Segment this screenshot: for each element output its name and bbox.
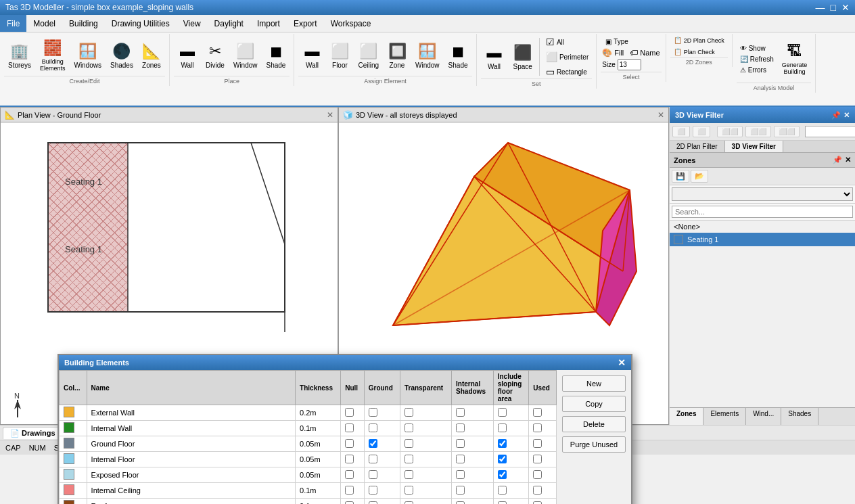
cell-internal-shadows[interactable] — [456, 486, 465, 495]
cell-sloping-floor[interactable] — [498, 408, 507, 417]
cell-internal-shadows[interactable] — [456, 501, 465, 505]
menu-view[interactable]: View — [177, 15, 208, 32]
ribbon-btn-set-wall[interactable]: ▬ Wall — [481, 37, 508, 77]
cell-transparent[interactable] — [405, 423, 413, 432]
cell-used[interactable] — [533, 423, 542, 432]
cell-internal-shadows[interactable] — [456, 439, 465, 448]
ribbon-btn-assign-ceiling[interactable]: ⬜ Ceiling — [354, 35, 383, 76]
cell-transparent[interactable] — [405, 470, 413, 479]
filter-btn-2[interactable]: ⬜ — [693, 126, 710, 137]
cell-transparent[interactable] — [405, 455, 413, 463]
menu-model[interactable]: Model — [26, 15, 62, 32]
panel-header-controls[interactable]: 📌 ✕ — [831, 111, 850, 120]
menu-daylight[interactable]: Daylight — [208, 15, 250, 32]
right-tab-shades[interactable]: Shades — [781, 408, 818, 425]
ribbon-btn-place-wall[interactable]: ▬ Wall — [174, 35, 201, 76]
cell-null[interactable] — [345, 423, 354, 432]
right-tab-elements[interactable]: Elements — [703, 408, 746, 425]
delete-button[interactable]: Delete — [562, 416, 626, 432]
ribbon-btn-assign-floor[interactable]: ⬜ Floor — [326, 35, 353, 76]
ribbon-btn-set-space[interactable]: ⬛ Space — [509, 37, 536, 77]
ribbon-btn-errors[interactable]: ⚠ Errors — [737, 65, 777, 75]
size-input[interactable] — [618, 59, 641, 70]
minimize-button[interactable]: — — [816, 2, 825, 13]
drawings-tab[interactable]: 📄 Drawings — [3, 427, 63, 439]
zone-item-seating1[interactable]: Seating 1 — [670, 233, 855, 246]
panel-close-icon[interactable]: ✕ — [844, 111, 850, 120]
zones-pin-icon[interactable]: 📌 — [833, 156, 842, 164]
cell-null[interactable] — [345, 470, 354, 479]
cell-ground[interactable] — [369, 470, 377, 479]
menu-workspace[interactable]: Workspace — [324, 15, 378, 32]
tab-3d-view-filter[interactable]: 3D View Filter — [725, 141, 783, 152]
ribbon-btn-building-elements[interactable]: 🧱 BuildingElements — [36, 35, 70, 76]
filter-btn-5[interactable]: ⬜⬜ — [774, 126, 800, 137]
cell-sloping-floor[interactable] — [498, 455, 507, 463]
ribbon-btn-divide[interactable]: ✂ Divide — [202, 35, 229, 76]
cell-used[interactable] — [533, 501, 542, 505]
ribbon-btn-show[interactable]: 👁 Show — [737, 43, 777, 53]
ribbon-btn-place-window[interactable]: ⬜ Window — [229, 35, 262, 76]
ribbon-btn-generate[interactable]: 🏗 GenerateBuilding — [778, 35, 812, 83]
3d-view-tab[interactable]: 🧊 3D View - all storeys displayed ✕ — [339, 108, 668, 122]
menu-building[interactable]: Building — [62, 15, 105, 32]
plan-view-close[interactable]: ✕ — [327, 110, 333, 120]
menu-file[interactable]: File — [0, 15, 26, 32]
cell-ground[interactable] — [369, 408, 377, 417]
cell-used[interactable] — [533, 455, 542, 463]
menu-import[interactable]: Import — [250, 15, 287, 32]
cell-used[interactable] — [533, 408, 542, 417]
cell-null[interactable] — [345, 439, 354, 448]
cell-transparent[interactable] — [405, 439, 413, 448]
cell-used[interactable] — [533, 470, 542, 479]
zones-save-btn[interactable]: 💾 — [672, 170, 689, 183]
cell-null[interactable] — [345, 408, 354, 417]
ribbon-btn-plan-check[interactable]: 📋 Plan Check — [670, 47, 728, 57]
filter-btn-1[interactable]: ⬜ — [672, 126, 690, 137]
cell-sloping-floor[interactable] — [498, 486, 507, 495]
cell-transparent[interactable] — [405, 408, 413, 417]
ribbon-btn-shades[interactable]: 🌑 Shades — [106, 35, 137, 76]
panel-pin-icon[interactable]: 📌 — [831, 111, 841, 120]
filter-input[interactable] — [805, 126, 855, 137]
cell-sloping-floor[interactable] — [498, 470, 507, 479]
ribbon-btn-assign-zone[interactable]: 🔲 Zone — [384, 35, 411, 76]
cell-transparent[interactable] — [405, 486, 413, 495]
ribbon-btn-rectangle[interactable]: ▭ Rectangle — [542, 65, 592, 78]
filter-btn-4[interactable]: ⬜⬜ — [745, 126, 771, 137]
plan-view-tab[interactable]: 📐 Plan View - Ground Floor ✕ — [1, 108, 338, 122]
cell-ground[interactable] — [369, 439, 377, 448]
zone-item-none[interactable]: <None> — [670, 221, 855, 233]
right-tab-zones[interactable]: Zones — [670, 408, 703, 425]
ribbon-btn-all[interactable]: ☑ All — [542, 35, 592, 49]
cell-ground[interactable] — [369, 486, 377, 495]
ribbon-btn-type[interactable]: ▣ Type — [602, 37, 632, 47]
zones-search-input[interactable] — [672, 206, 853, 218]
ribbon-btn-storeys[interactable]: 🏢 Storeys — [4, 35, 35, 76]
maximize-button[interactable]: □ — [831, 2, 836, 13]
ribbon-btn-refresh[interactable]: 🔄 Refresh — [737, 54, 777, 64]
ribbon-btn-windows[interactable]: 🪟 Windows — [70, 35, 106, 76]
cell-sloping-floor[interactable] — [498, 423, 507, 432]
zones-set-select[interactable] — [672, 187, 853, 201]
new-button[interactable]: New — [562, 375, 626, 392]
cell-sloping-floor[interactable] — [498, 501, 507, 505]
dialog-table-wrapper[interactable]: Col... Name Thickness Null Ground Transp… — [59, 370, 557, 504]
right-tab-wind[interactable]: Wind... — [746, 408, 781, 425]
window-controls[interactable]: — □ ✕ — [816, 2, 850, 13]
cell-used[interactable] — [533, 486, 542, 495]
tab-2d-plan-filter[interactable]: 2D Plan Filter — [670, 141, 725, 152]
cell-null[interactable] — [345, 486, 354, 495]
zones-header-controls[interactable]: 📌 ✕ — [833, 156, 851, 164]
cell-null[interactable] — [345, 501, 354, 505]
copy-button[interactable]: Copy — [562, 396, 626, 412]
zones-load-btn[interactable]: 📂 — [691, 170, 708, 183]
3d-view-close[interactable]: ✕ — [657, 110, 664, 120]
ribbon-btn-assign-wall[interactable]: ▬ Wall — [298, 35, 325, 76]
ribbon-btn-2dplan-check[interactable]: 📋 2D Plan Check — [670, 35, 728, 45]
ribbon-btn-assign-shade[interactable]: ◼ Shade — [444, 35, 472, 76]
ribbon-btn-assign-window[interactable]: 🪟 Window — [411, 35, 444, 76]
cell-null[interactable] — [345, 455, 354, 463]
cell-internal-shadows[interactable] — [456, 408, 465, 417]
cell-sloping-floor[interactable] — [498, 439, 507, 448]
